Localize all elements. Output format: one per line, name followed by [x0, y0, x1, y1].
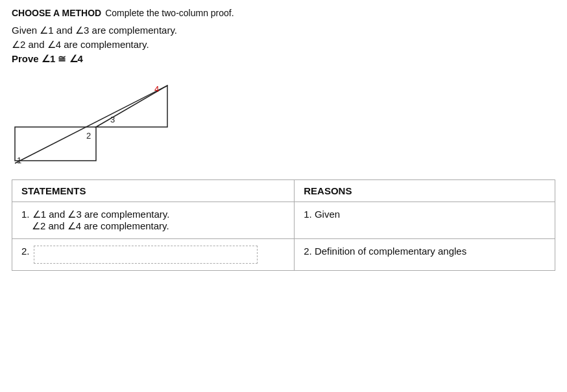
svg-text:4: 4: [154, 84, 159, 94]
geometry-diagram: 4 3 2 1: [12, 74, 180, 168]
given-line2: ∠2 and ∠4 are complementary.: [12, 39, 555, 51]
prove-statement: ∠1 ≅ ∠4: [42, 53, 83, 64]
table-row-1: 1. ∠1 and ∠3 are complementary. ∠2 and ∠…: [12, 202, 555, 239]
row2-num: 2.: [21, 246, 30, 257]
row1-statement-line2: ∠2 and ∠4 are complementary.: [21, 220, 169, 231]
statements-header: STATEMENTS: [12, 180, 295, 202]
row1-num: 1.: [21, 209, 32, 220]
reason-cell-1: 1. Given: [295, 202, 555, 239]
given-line1: Given ∠1 and ∠3 are complementary.: [12, 25, 555, 36]
prove-label: Prove: [12, 53, 39, 64]
header-line: CHOOSE A METHOD Complete the two-column …: [12, 8, 555, 18]
svg-text:2: 2: [86, 131, 91, 141]
svg-line-0: [15, 86, 167, 163]
row2-dashed-input[interactable]: [34, 246, 258, 264]
diagram-svg: 4 3 2 1: [12, 74, 180, 168]
table-row-2: 2. 2. Definition of complementary angles: [12, 239, 555, 271]
reasons-header: REASONS: [295, 180, 555, 202]
svg-text:3: 3: [110, 115, 115, 124]
header-text: Complete the two-column proof.: [105, 8, 234, 18]
row1-reason: 1. Given: [304, 209, 340, 220]
row1-statement-line1: ∠1 and ∠3 are complementary.: [32, 209, 170, 220]
reason-cell-2: 2. Definition of complementary angles: [295, 239, 555, 271]
choose-method-label: CHOOSE A METHOD: [12, 8, 101, 18]
svg-rect-1: [15, 127, 96, 161]
prove-block: Prove ∠1 ≅ ∠4: [12, 53, 555, 65]
proof-table: STATEMENTS REASONS 1. ∠1 and ∠3 are comp…: [12, 179, 555, 271]
statement-cell-1: 1. ∠1 and ∠3 are complementary. ∠2 and ∠…: [12, 202, 295, 239]
row2-reason: 2. Definition of complementary angles: [304, 246, 466, 257]
svg-text:1: 1: [17, 156, 21, 165]
statement-cell-2: 2.: [12, 239, 295, 271]
